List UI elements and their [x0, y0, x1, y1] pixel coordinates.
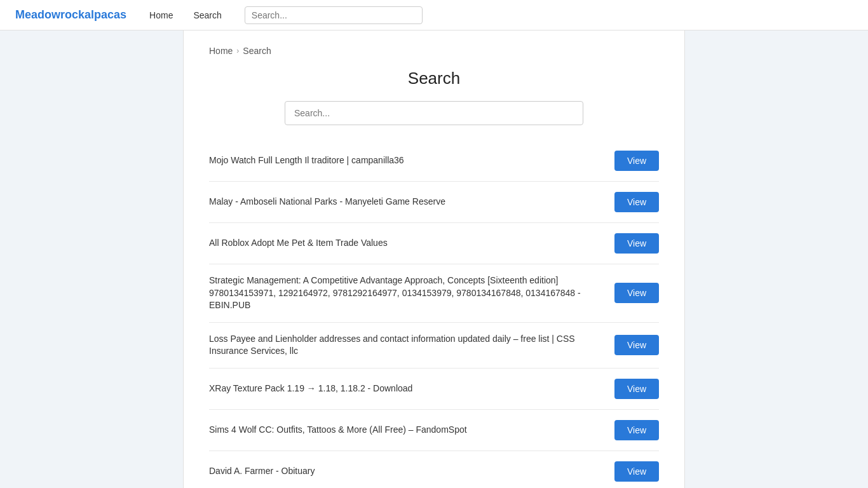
view-button[interactable]: View [614, 335, 659, 355]
result-title: Sims 4 Wolf CC: Outfits, Tattoos & More … [209, 424, 604, 437]
result-title: XRay Texture Pack 1.19 → 1.18, 1.18.2 - … [209, 383, 604, 395]
result-item: Sims 4 Wolf CC: Outfits, Tattoos & More … [209, 410, 659, 451]
result-item: Strategic Management: A Competitive Adva… [209, 264, 659, 323]
result-item: Mojo Watch Full Length Il traditore | ca… [209, 140, 659, 182]
result-title: Strategic Management: A Competitive Adva… [209, 274, 604, 312]
navbar: Meadowrockalpacas Home Search [0, 0, 868, 30]
view-button[interactable]: View [614, 151, 659, 171]
result-title: All Roblox Adopt Me Pet & Item Trade Val… [209, 237, 604, 250]
result-item: Loss Payee and Lienholder addresses and … [209, 323, 659, 369]
view-button[interactable]: View [614, 192, 659, 212]
result-title: Mojo Watch Full Length Il traditore | ca… [209, 154, 604, 167]
view-button[interactable]: View [614, 420, 659, 440]
main-content: Home › Search Search Mojo Watch Full Len… [183, 30, 685, 488]
page-title: Search [209, 69, 659, 88]
result-title: Malay - Amboseli National Parks - Manyel… [209, 196, 604, 208]
results-list: Mojo Watch Full Length Il traditore | ca… [209, 140, 659, 488]
nav-search-input[interactable] [245, 6, 423, 24]
nav-links: Home Search [142, 6, 229, 24]
page-wrapper: Home › Search Search Mojo Watch Full Len… [0, 30, 868, 488]
nav-search[interactable]: Search [186, 6, 229, 24]
result-item: XRay Texture Pack 1.19 → 1.18, 1.18.2 - … [209, 369, 659, 410]
brand-logo[interactable]: Meadowrockalpacas [15, 8, 126, 22]
view-button[interactable]: View [614, 379, 659, 399]
result-item: Malay - Amboseli National Parks - Manyel… [209, 182, 659, 223]
search-input[interactable] [285, 101, 583, 125]
result-title: David A. Farmer - Obituary [209, 465, 604, 478]
view-button[interactable]: View [614, 461, 659, 482]
breadcrumb-current: Search [243, 46, 271, 56]
search-box-wrapper [209, 101, 659, 125]
breadcrumb-separator: › [236, 46, 239, 55]
nav-home[interactable]: Home [142, 6, 180, 24]
view-button[interactable]: View [614, 233, 659, 254]
result-item: All Roblox Adopt Me Pet & Item Trade Val… [209, 223, 659, 264]
result-title: Loss Payee and Lienholder addresses and … [209, 333, 604, 358]
view-button[interactable]: View [614, 283, 659, 303]
result-item: David A. Farmer - ObituaryView [209, 451, 659, 488]
breadcrumb-home[interactable]: Home [209, 46, 233, 56]
breadcrumb: Home › Search [209, 46, 659, 56]
